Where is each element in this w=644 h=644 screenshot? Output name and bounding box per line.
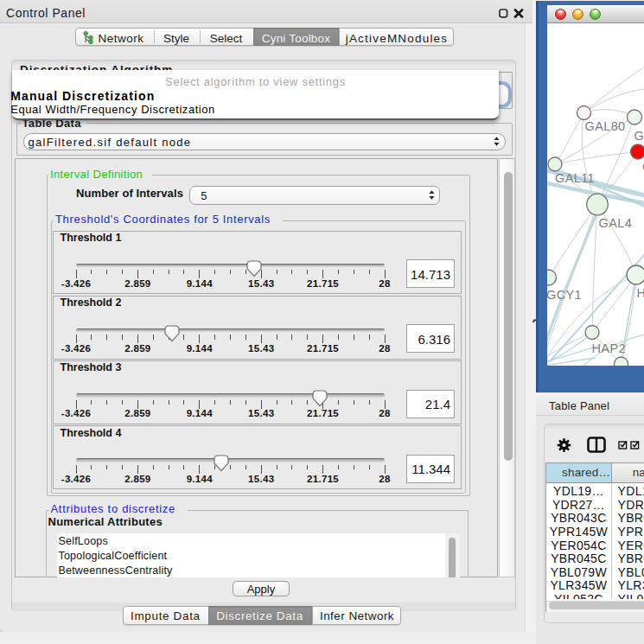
svg-text:H: H: [636, 286, 644, 300]
svg-text:GAL80: GAL80: [584, 119, 625, 133]
svg-text:HAP2: HAP2: [591, 341, 625, 355]
svg-text:GAL4: GAL4: [598, 216, 632, 230]
svg-text:GA: GA: [634, 129, 644, 143]
svg-text:GCY1: GCY1: [547, 288, 582, 302]
svg-text:GAL11: GAL11: [555, 171, 595, 185]
